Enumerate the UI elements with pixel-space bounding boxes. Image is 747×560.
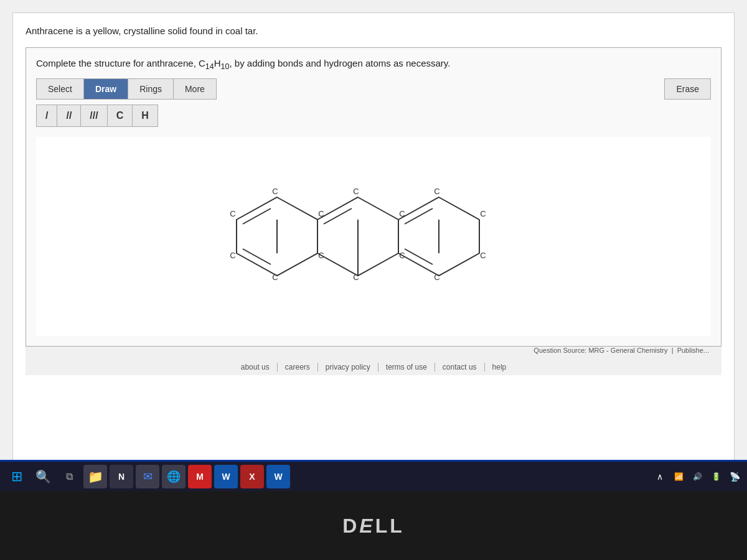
carbon-button[interactable]: C: [108, 105, 133, 126]
content-area: Anthracene is a yellow, crystalline soli…: [12, 12, 735, 473]
contact-us-link[interactable]: contact us: [435, 363, 485, 371]
toolbar-row: Select Draw Rings More Erase: [36, 78, 711, 100]
description-text: Anthracene is a yellow, crystalline soli…: [26, 26, 721, 36]
svg-text:C: C: [399, 209, 405, 218]
erase-button[interactable]: Erase: [664, 78, 711, 100]
careers-link[interactable]: careers: [278, 363, 318, 371]
task-view-icon[interactable]: ⧉: [57, 465, 81, 488]
taskbar: ⊞ 🔍 ⧉ 📁 N ✉ 🌐 M W X W ∧ 📶 🔊 🔋 📡: [0, 462, 747, 492]
email-icon[interactable]: ✉: [136, 465, 159, 488]
svg-text:C: C: [318, 209, 324, 218]
word-icon[interactable]: W: [214, 465, 238, 488]
svg-text:C: C: [480, 251, 486, 260]
app-m-icon[interactable]: M: [188, 465, 212, 488]
canvas-area[interactable]: C C C C C C C C C C C C C C: [36, 137, 711, 336]
svg-text:C: C: [480, 209, 486, 218]
file-explorer-icon[interactable]: 📁: [83, 465, 107, 488]
svg-text:C: C: [230, 209, 235, 218]
battery-icon[interactable]: 🔋: [708, 469, 723, 484]
svg-text:C: C: [353, 273, 359, 282]
dell-logo: DELL: [342, 515, 405, 538]
select-button[interactable]: Select: [37, 79, 84, 99]
svg-text:C: C: [230, 251, 235, 260]
network-icon[interactable]: 📶: [671, 469, 686, 484]
help-link[interactable]: help: [485, 363, 514, 371]
triple-bond-button[interactable]: ///: [81, 105, 107, 126]
svg-text:C: C: [434, 273, 439, 282]
chevron-up-icon[interactable]: ∧: [652, 469, 667, 484]
privacy-policy-link[interactable]: privacy policy: [318, 363, 378, 371]
svg-text:C: C: [318, 251, 324, 260]
store-icon[interactable]: N: [110, 465, 133, 488]
svg-line-4: [243, 208, 271, 224]
more-button[interactable]: More: [174, 79, 216, 99]
start-icon[interactable]: ⊞: [5, 465, 29, 488]
double-bond-button[interactable]: //: [57, 105, 81, 126]
svg-text:C: C: [434, 187, 439, 196]
draw-tools: / // /// C H: [36, 105, 158, 127]
svg-text:C: C: [272, 187, 278, 196]
laptop-bottom: DELL: [0, 492, 747, 560]
svg-text:C: C: [399, 251, 405, 260]
speaker-icon[interactable]: 🔊: [690, 469, 705, 484]
question-source: Question Source: MRG - General Chemistry…: [26, 347, 721, 357]
svg-line-8: [405, 208, 433, 224]
word2-icon[interactable]: W: [266, 465, 290, 488]
question-title: Complete the structure for anthracene, C…: [36, 58, 711, 71]
question-box: Complete the structure for anthracene, C…: [26, 47, 721, 347]
screen: Anthracene is a yellow, crystalline soli…: [0, 0, 747, 473]
terms-of-use-link[interactable]: terms of use: [378, 363, 435, 371]
svg-line-9: [405, 249, 433, 264]
search-icon[interactable]: 🔍: [31, 465, 55, 488]
browser-icon[interactable]: 🌐: [162, 465, 186, 488]
hydrogen-button[interactable]: H: [133, 105, 157, 126]
svg-text:C: C: [353, 187, 359, 196]
rings-button[interactable]: Rings: [128, 79, 174, 99]
draw-button[interactable]: Draw: [84, 79, 128, 99]
system-tray: ∧ 📶 🔊 🔋 📡: [652, 469, 742, 484]
single-bond-button[interactable]: /: [37, 105, 57, 126]
about-us-link[interactable]: about us: [233, 363, 278, 371]
footer-links: about us careers privacy policy terms of…: [26, 357, 721, 375]
svg-line-5: [243, 249, 271, 264]
svg-line-6: [324, 208, 352, 224]
main-toolbar: Select Draw Rings More: [36, 78, 217, 100]
excel-icon[interactable]: X: [240, 465, 264, 488]
taskbar-indicator-strip: [0, 460, 747, 462]
svg-text:C: C: [272, 273, 278, 282]
wifi-icon[interactable]: 📡: [727, 469, 742, 484]
molecule-svg: C C C C C C C C C C C C C C: [205, 168, 542, 305]
